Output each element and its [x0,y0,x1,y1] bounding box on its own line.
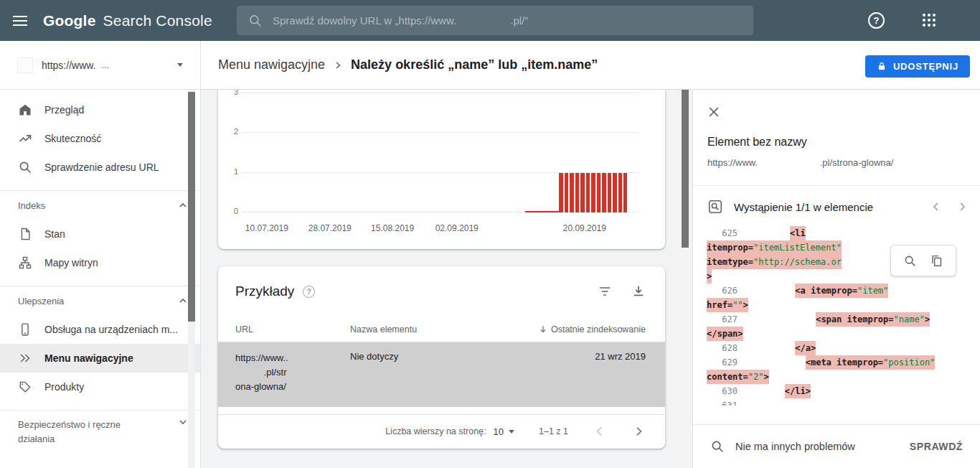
previous-page-icon[interactable] [593,424,607,439]
find-in-element-icon [707,199,723,215]
sidebar-item-products[interactable]: Produkty [0,373,200,401]
home-icon [18,103,32,117]
detail-url: https://www. .pl/strona-glowna/ [707,157,893,168]
error-chart-card: 3 2 1 0 10.07.2019 28.07.2019 15.08.2019… [218,90,665,249]
column-header-url: URL [235,324,350,334]
y-axis-tick: 1 [221,167,238,176]
previous-occurrence-icon[interactable] [930,200,943,213]
chevron-right-icon [334,61,342,70]
property-selector[interactable]: https://www. ... [0,41,200,90]
chevron-up-icon [179,296,187,305]
sidebar-item-overview[interactable]: Przegląd [0,95,200,124]
column-header-last-indexed[interactable]: Ostatnie zindeksowanie [538,324,646,334]
logo-product: Search Console [103,12,212,29]
x-axis-tick: 10.07.2019 [245,223,288,233]
chart-bar [602,173,606,212]
breadcrumb-parent-link[interactable]: Menu nawigacyjne [218,57,325,72]
close-icon[interactable] [707,106,720,118]
section-label: Indeks [18,200,45,211]
url-inspection-searchbar[interactable]: Sprawdź dowolny URL w „https://www. .pl/… [237,6,753,35]
help-icon[interactable]: ? [868,12,885,29]
sidebar-item-label: Stan [44,228,65,240]
gridline [242,93,639,93]
chevron-down-icon [509,430,514,434]
sidebar-item-performance[interactable]: Skuteczność [0,124,200,153]
next-page-icon[interactable] [631,424,646,439]
sidebar-item-mobile-usability[interactable]: Obsługa na urządzeniach m... [0,315,200,344]
section-label: Bezpieczeństwo i ręczne działania [18,418,158,446]
code-line: content="2"> [707,370,980,384]
sitemap-icon [18,256,32,270]
main-scrollbar[interactable] [679,90,691,468]
cell-element-name: Nie dotyczy [350,351,522,407]
x-axis-tick: 15.08.2019 [371,223,414,233]
copy-icon[interactable] [930,254,943,268]
table-row[interactable]: https://www.. .pl/strona-glowna/ Nie dot… [218,342,665,407]
chart-zero-line [525,211,560,212]
chart-bar [597,173,600,212]
site-favicon [17,57,33,73]
sidebar-section-security[interactable]: Bezpieczeństwo i ręczne działania [0,411,200,451]
sidebar-item-sitemaps[interactable]: Mapy witryn [0,248,200,277]
x-axis-tick: 28.07.2019 [308,223,352,233]
chart-bar [613,173,616,212]
sidebar-scrollbar[interactable] [188,90,195,468]
main-scrollbar-thumb[interactable] [682,90,689,248]
sidebar: https://www. ... Przegląd Skuteczność Sp… [0,41,201,468]
sidebar-item-coverage[interactable]: Stan [0,220,200,248]
chart-bar [623,173,627,212]
share-button[interactable]: UDOSTĘPNIJ [865,55,970,78]
code-line: </span> [707,327,980,341]
filter-icon[interactable] [598,284,612,299]
x-axis-tick: 02.09.2019 [435,223,479,233]
sidebar-item-label: Obsługa na urządzeniach m... [44,324,178,335]
chart-bar [575,173,579,212]
chart-bars [559,173,627,212]
app-logo[interactable]: Google Search Console [43,12,212,29]
chart-bar [559,173,562,212]
y-axis-tick: 0 [221,207,238,215]
sidebar-item-breadcrumbs[interactable]: Menu nawigacyjne [0,344,200,373]
occurrence-label: Wystąpienie 1/1 w elemencie [734,201,873,213]
validate-button[interactable]: SPRAWDŹ [910,441,963,452]
next-occurrence-icon[interactable] [956,200,969,213]
apps-grid-icon[interactable] [923,14,936,27]
section-label: Ulepszenia [18,296,64,306]
detail-footer: Nie ma innych problemów SPRAWDŹ [693,424,980,468]
chevron-up-icon [179,201,187,210]
sidebar-item-label: Przegląd [44,104,84,116]
sidebar-item-label: Skuteczność [44,133,101,144]
table-pagination: Liczba wierszy na stronę: 10 1–1 z 1 [218,414,665,448]
hamburger-menu-icon[interactable] [13,13,29,29]
search-placeholder: Sprawdź dowolny URL w „https://www. .pl/… [273,14,528,27]
share-button-label: UDOSTĘPNIJ [893,61,958,72]
code-line: 631 [707,398,980,406]
chevron-down-icon [179,418,187,426]
tag-icon [18,380,32,394]
pagination-range: 1–1 z 1 [539,426,568,436]
search-icon [710,439,725,454]
logo-google: Google [43,12,96,29]
y-axis-tick: 2 [221,127,238,136]
main-content: 3 2 1 0 10.07.2019 28.07.2019 15.08.2019… [201,90,692,468]
search-icon [248,14,263,28]
search-in-code-icon[interactable] [903,254,917,268]
property-url-ellipsis: ... [101,60,109,70]
help-circle-icon[interactable]: ? [303,286,315,298]
divider [693,185,980,186]
sidebar-section-enhancements[interactable]: Ulepszenia [0,286,200,315]
performance-icon [18,131,32,146]
sidebar-section-index[interactable]: Indeks [0,191,200,220]
chart-bar [608,173,611,212]
detail-panel: Element bez nazwy https://www. .pl/stron… [692,90,980,468]
rows-per-page-select[interactable]: 10 [494,426,514,437]
sidebar-item-url-inspection[interactable]: Sprawdzenie adresu URL [0,153,200,182]
download-icon[interactable] [631,284,646,299]
sidebar-scrollbar-thumb[interactable] [188,92,195,322]
examples-card: Przykłady ? URL Nazwa elementu Ostatnie … [218,266,665,449]
search-icon [18,160,32,174]
no-other-issues-message: Nie ma innych problemów [735,441,855,452]
breadcrumbs-icon [18,351,32,365]
sidebar-item-label: Sprawdzenie adresu URL [44,162,159,173]
top-header: Google Search Console Sprawdź dowolny UR… [0,0,980,41]
